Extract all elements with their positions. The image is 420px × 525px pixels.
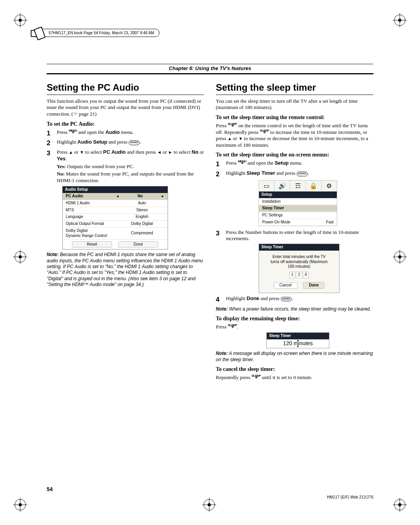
right-arrow-icon: ►: [168, 150, 172, 155]
right-note-2: Note: A message will display on-screen w…: [216, 351, 373, 363]
setup-row: Installation: [259, 198, 337, 205]
setup-tab-icons: ▭ 🔊 ☶ 🔒 ⚙: [259, 181, 337, 191]
right-steps-cont: 3 Press the Number buttons to enter the …: [216, 229, 373, 242]
book-meta: 57HM117_EN.book Page 54 Friday, March 23…: [37, 29, 159, 37]
down-triangle-icon: ▼: [296, 345, 299, 349]
up-arrow-icon: ▲: [69, 150, 73, 155]
reset-button: Reset: [72, 241, 112, 248]
crop-mark-icon: [13, 250, 27, 264]
right-subhead-2: To set the sleep timer using the on-scre…: [216, 151, 373, 158]
left-arrow-icon: ◄: [157, 150, 161, 155]
enter-key-icon: ENTER: [129, 140, 140, 145]
setup-panel-title: Setup: [259, 191, 337, 198]
revision-code: HM117 (E/F) Web 213:276: [327, 495, 373, 499]
yes-label: Yes:: [57, 163, 66, 169]
chapter-header: Chapter 6: Using the TV's features: [47, 64, 373, 74]
dialog-msg3: 180 minutes): [262, 264, 336, 269]
crop-mark-icon: [13, 498, 27, 512]
panel-row: Optical Output FormatDolby Digital: [63, 220, 168, 227]
audio-setup-panel: Audio Setup PC Audio ◄ No ► HDMI 1 Audio…: [62, 186, 168, 249]
step-number: 3: [216, 229, 222, 242]
step-3: 3 Press the Number buttons to enter the …: [216, 229, 373, 242]
enter-key-icon: ENTER: [297, 172, 308, 176]
setup-panel: ▭ 🔊 ☶ 🔒 ⚙ Setup Installation Sleep Timer…: [259, 180, 337, 226]
step-number: 4: [216, 295, 222, 304]
step-number: 2: [216, 170, 222, 179]
up-arrow-icon: ▲: [228, 136, 232, 141]
left-subhead: To set the PC Audio:: [47, 121, 204, 128]
setup-row-highlight: Sleep Timer: [259, 205, 337, 212]
left-intro: This function allows you to output the s…: [47, 98, 204, 118]
page-number: 54: [47, 486, 53, 492]
step-1: 1 Press MENU⭘ and open the Audio menu.: [47, 129, 204, 138]
panel-highlight-row: PC Audio ◄ No ►: [63, 193, 168, 200]
left-note: Note: Because the PC and HDMI-1 inputs s…: [47, 252, 204, 288]
sleep-key-icon: SLEEP⭘: [228, 123, 237, 127]
dialog-msg2: turns off automatically (Maximum: [262, 260, 336, 265]
setup-row: PC Settings: [259, 212, 337, 219]
readout-value: ▲ 120 minutes ▼: [267, 339, 329, 348]
right-triangle-icon: ►: [161, 194, 164, 199]
step-2: 2 Highlight Audio Setup and press ENTER.: [47, 139, 204, 147]
crop-mark-icon: [393, 250, 407, 264]
crop-mark-icon: [393, 13, 407, 27]
right-intro: You can set the sleep timer to turn off …: [216, 98, 373, 111]
step-body: Highlight Sleep Timer and press ENTER.: [226, 170, 373, 179]
yes-no-block: Yes: Outputs the sound from your PC. No:…: [57, 163, 204, 184]
panel-row-label: PC Audio: [66, 194, 116, 199]
right-title: Setting the sleep timer: [216, 82, 373, 95]
dialog-msg1: Enter total minutes until the TV: [262, 255, 336, 260]
panel-row: LanguageEnglish: [63, 213, 168, 220]
left-column: Setting the PC Audio This function allow…: [47, 82, 204, 482]
right-note-1: Note: When a power failure occurs, the s…: [216, 306, 373, 312]
setup-tab-icon: ⚙: [322, 181, 337, 191]
dialog-cancel-button: Cancel: [274, 282, 298, 289]
right-steps: 1 Press MENU⭘ and open the Setup menu. 2…: [216, 160, 373, 179]
book-meta-text: 57HM117_EN.book Page 54 Friday, March 23…: [49, 31, 154, 35]
left-steps: 1 Press MENU⭘ and open the Audio menu. 2…: [47, 129, 204, 162]
step-body: Highlight Audio Setup and press ENTER.: [57, 139, 204, 147]
panel-button-row: Reset Done: [63, 239, 168, 249]
no-text: Mutes the sound from your PC, and output…: [57, 171, 194, 183]
left-title: Setting the PC Audio: [47, 82, 204, 95]
dialog-body: Enter total minutes until the TV turns o…: [259, 251, 339, 293]
preferences-tab-icon: ☶: [290, 181, 306, 191]
lock-tab-icon: 🔒: [306, 181, 322, 191]
panel-row: HDMI 1 AudioAuto: [63, 200, 168, 207]
down-arrow-icon: ▼: [238, 136, 243, 141]
step-4: 4 Highlight Done and press ENTER.: [216, 295, 373, 304]
sleep-key-icon: SLEEP⭘: [260, 130, 269, 134]
sleep-key-icon: SLEEP⭘: [252, 375, 261, 379]
step-body: Press MENU⭘ and open the Setup menu.: [226, 160, 373, 169]
done-button: Done: [118, 241, 158, 248]
page: 57HM117_EN.book Page 54 Friday, March 23…: [0, 0, 420, 525]
step-number: 1: [216, 160, 222, 169]
enter-key-icon: ENTER: [281, 297, 292, 302]
down-arrow-icon: ▼: [80, 150, 84, 155]
setup-row: Power-On ModeFast: [259, 219, 337, 226]
step-number: 1: [47, 129, 53, 138]
right-subhead-3: To display the remaining sleep time:: [216, 315, 373, 322]
right-subhead-4: To cancel the sleep timer:: [216, 366, 373, 373]
dialog-title: Sleep Timer: [259, 244, 339, 251]
panel-row-value: No: [119, 194, 161, 199]
chapter-title: Chapter 6: Using the TV's features: [169, 65, 251, 71]
sleep-timer-dialog: Sleep Timer Enter total minutes until th…: [259, 244, 340, 293]
step-body: Press the Number buttons to enter the le…: [226, 229, 373, 242]
picture-tab-icon: ▭: [259, 181, 275, 191]
step-body: Press MENU⭘ and open the Audio menu.: [57, 129, 204, 138]
dialog-digits: 120: [262, 272, 336, 278]
no-label: No:: [57, 171, 65, 177]
audio-tab-icon: 🔊: [275, 181, 290, 191]
step-number: 3: [47, 149, 53, 162]
up-triangle-icon: ▲: [296, 339, 299, 342]
sleep-key-icon: SLEEP⭘: [228, 325, 237, 328]
cancel-line: Repeatedly press SLEEP⭘ until it is set …: [216, 374, 373, 381]
panel-title: Audio Setup: [63, 186, 168, 193]
content-area: Setting the PC Audio This function allow…: [47, 82, 373, 482]
menu-key-icon: MENU⭘: [69, 130, 77, 134]
sleep-timer-readout: Sleep Timer ▲ 120 minutes ▼: [266, 332, 329, 348]
step-number: 2: [47, 139, 53, 147]
crop-mark-icon: [202, 498, 216, 512]
digit-1: 1: [289, 272, 296, 278]
